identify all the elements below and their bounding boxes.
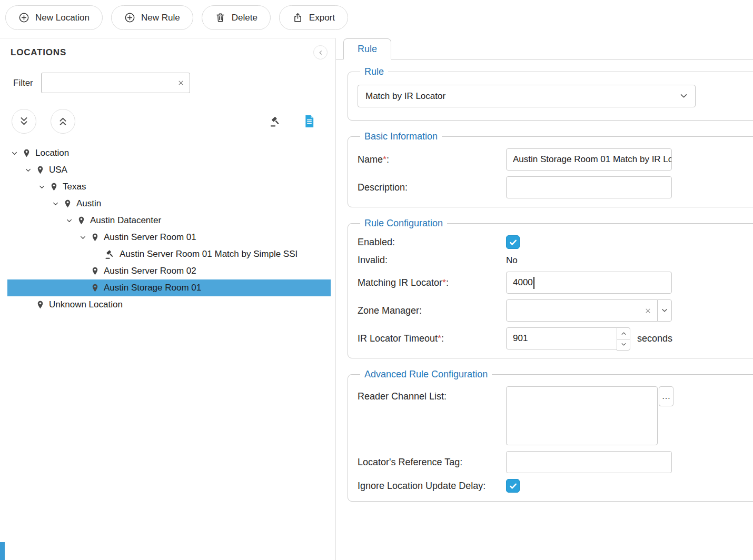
rule-configuration-section: Rule Configuration Enabled: Invalid: No … <box>348 218 753 358</box>
tree-item[interactable]: Texas <box>7 178 331 195</box>
tree-item[interactable]: Austin Datacenter <box>7 212 331 229</box>
rule-section: Rule Match by IR Locator <box>348 66 753 121</box>
rule-icon <box>104 249 115 260</box>
chevron-down-icon[interactable] <box>11 149 22 157</box>
double-chevron-down-icon <box>18 115 30 127</box>
description-field[interactable] <box>506 176 672 198</box>
chevron-down-icon <box>679 91 689 101</box>
location-pin-icon <box>91 266 100 276</box>
location-pin-icon <box>36 299 45 310</box>
location-pin-icon <box>22 148 31 158</box>
double-chevron-up-icon <box>57 115 69 127</box>
new-location-button[interactable]: New Location <box>5 5 103 30</box>
locators-reference-tag-label: Locator's Reference Tag: <box>358 457 506 468</box>
locators-reference-tag-field[interactable] <box>506 451 672 473</box>
location-pin-icon <box>63 198 72 209</box>
spinner-up-button[interactable] <box>617 327 630 339</box>
check-icon <box>508 237 518 247</box>
zone-manager-combobox <box>506 299 672 322</box>
locations-tree: Location USA Texas Austin Austin Datacen… <box>7 145 331 313</box>
collapse-panel-button[interactable] <box>313 45 328 59</box>
rule-form: Rule Match by IR Locator Basic Informati… <box>336 59 753 502</box>
location-pin-icon <box>49 182 58 192</box>
trash-icon <box>215 12 226 23</box>
collapse-all-button[interactable] <box>51 109 75 134</box>
tree-item[interactable]: USA <box>7 162 331 178</box>
invalid-value: No <box>506 255 749 266</box>
location-pin-icon <box>36 165 45 175</box>
delete-label: Delete <box>232 13 257 23</box>
spinner-down-button[interactable] <box>617 339 630 351</box>
name-field[interactable]: Austin Storage Room 01 Match by IR Locat… <box>506 148 672 171</box>
expand-all-button[interactable] <box>12 109 36 134</box>
clear-filter-icon[interactable] <box>177 79 185 87</box>
check-icon <box>508 481 518 491</box>
clear-icon[interactable] <box>644 307 652 315</box>
chevron-down-icon[interactable] <box>79 234 91 242</box>
invalid-label: Invalid: <box>358 255 506 266</box>
reader-channel-list-browse-button[interactable]: … <box>659 386 673 406</box>
ignore-location-update-delay-checkbox[interactable] <box>506 479 520 493</box>
description-label: Description: <box>358 182 506 193</box>
export-label: Export <box>309 13 335 23</box>
basic-information-section: Basic Information Name*: Austin Storage … <box>348 131 753 207</box>
tree-toolbar <box>12 109 315 134</box>
rule-section-legend: Rule <box>360 66 388 77</box>
rule-icon[interactable] <box>269 115 282 128</box>
tab-rule[interactable]: Rule <box>343 38 391 59</box>
export-button[interactable]: Export <box>279 5 348 30</box>
reader-channel-list-label: Reader Channel List: <box>358 386 506 402</box>
location-pin-icon <box>91 283 100 293</box>
advanced-rule-configuration-section: Advanced Rule Configuration Reader Chann… <box>348 369 753 502</box>
number-spinner <box>617 327 630 351</box>
locations-panel: LOCATIONS Filter Location USA <box>0 38 335 560</box>
chevron-down-icon[interactable] <box>24 166 36 174</box>
filter-input[interactable] <box>41 73 190 93</box>
chevron-down-icon[interactable] <box>38 183 49 191</box>
matching-ir-locator-field[interactable]: 4000 <box>506 272 672 294</box>
name-label: Name*: <box>358 154 506 165</box>
scrollbar-thumb[interactable] <box>0 542 5 560</box>
chevron-down-icon[interactable] <box>52 200 63 208</box>
required-mark: * <box>383 154 387 165</box>
filter-row: Filter <box>13 73 324 93</box>
new-rule-label: New Rule <box>141 13 180 23</box>
rule-type-select[interactable]: Match by IR Locator <box>358 85 696 107</box>
new-rule-button[interactable]: New Rule <box>111 5 193 30</box>
location-pin-icon <box>91 232 100 243</box>
filter-label: Filter <box>13 78 33 88</box>
chevron-left-icon <box>317 49 324 56</box>
zone-manager-field[interactable] <box>506 299 658 322</box>
tree-item[interactable]: Austin Server Room 01 <box>7 229 331 246</box>
zone-manager-dropdown-button[interactable] <box>657 299 672 322</box>
locations-panel-header: LOCATIONS <box>0 38 335 59</box>
tree-item[interactable]: Austin <box>7 195 331 212</box>
export-icon <box>292 12 303 23</box>
tree-item[interactable]: Austin Server Room 02 <box>7 263 331 279</box>
enabled-checkbox[interactable] <box>506 235 520 249</box>
document-icon[interactable] <box>303 115 315 128</box>
basic-information-legend: Basic Information <box>360 131 442 142</box>
reader-channel-list-field[interactable] <box>506 386 658 445</box>
panel-title: LOCATIONS <box>11 47 66 58</box>
chevron-up-icon <box>620 330 627 337</box>
tree-item-rule[interactable]: Austin Server Room 01 Match by Simple SS… <box>7 246 331 263</box>
enabled-label: Enabled: <box>358 237 506 248</box>
chevron-down-icon <box>620 341 627 348</box>
zone-manager-label: Zone Manager: <box>358 305 506 316</box>
tree-item-selected[interactable]: Austin Storage Room 01 <box>7 279 331 296</box>
ir-locator-timeout-label: IR Locator Timeout*: <box>358 333 506 344</box>
plus-circle-icon <box>18 12 29 23</box>
rule-configuration-legend: Rule Configuration <box>360 218 447 229</box>
chevron-down-icon <box>660 306 669 315</box>
plus-circle-icon <box>124 12 135 23</box>
tree-item[interactable]: Location <box>7 145 331 162</box>
tab-bar: Rule <box>336 38 753 59</box>
delete-button[interactable]: Delete <box>202 5 271 30</box>
chevron-down-icon[interactable] <box>65 217 77 225</box>
ir-locator-timeout-field[interactable]: 901 <box>506 327 630 349</box>
ignore-location-update-delay-label: Ignore Location Update Delay: <box>358 481 506 492</box>
matching-ir-locator-label: Matching IR Locator*: <box>358 277 506 288</box>
tree-item[interactable]: Unknown Location <box>7 296 331 313</box>
advanced-rule-configuration-legend: Advanced Rule Configuration <box>360 369 492 380</box>
